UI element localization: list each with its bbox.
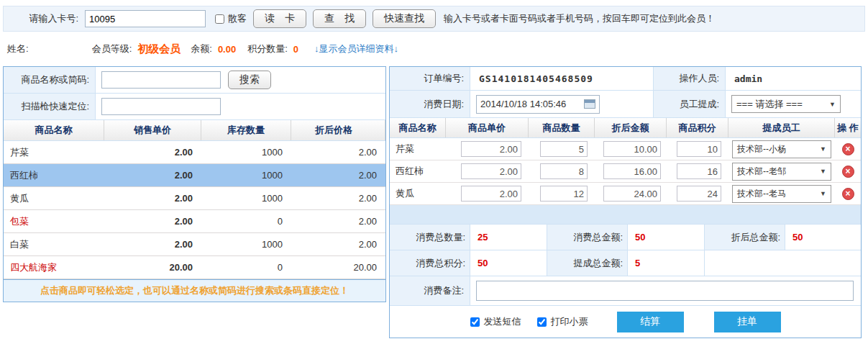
goods-search-label: 商品名称或简码: bbox=[4, 67, 96, 93]
item-qty-input[interactable] bbox=[540, 186, 588, 202]
delete-item-icon[interactable]: × bbox=[842, 166, 854, 178]
goods-discounted: 20.00 bbox=[291, 262, 385, 273]
print-receipt-checkbox[interactable] bbox=[537, 317, 547, 327]
item-col-amount: 折后金额 bbox=[595, 118, 667, 137]
quick-find-button[interactable]: 快速查找 bbox=[373, 9, 436, 28]
item-points-input[interactable] bbox=[677, 186, 721, 202]
consume-date-label: 消费日期: bbox=[390, 91, 470, 117]
walkin-checkbox[interactable] bbox=[215, 14, 224, 24]
goods-name: 包菜 bbox=[4, 215, 104, 228]
total-points-label: 消费总积分: bbox=[390, 250, 470, 276]
chevron-down-icon: ▼ bbox=[820, 190, 826, 197]
staff-commission-select[interactable]: === 请选择 === ▼ bbox=[731, 95, 841, 113]
discounted-total-value: 50 bbox=[785, 225, 861, 250]
order-date-row: 消费日期: 2014/10/18 14:05:46 员工提成: === 请选择 … bbox=[390, 91, 861, 118]
goods-discounted: 2.00 bbox=[291, 170, 385, 181]
item-amount-input[interactable] bbox=[603, 163, 661, 179]
goods-name: 西红柿 bbox=[4, 169, 104, 182]
goods-stock: 0 bbox=[201, 262, 291, 273]
remark-input[interactable] bbox=[476, 281, 854, 301]
goods-discounted: 2.00 bbox=[291, 239, 385, 250]
goods-row[interactable]: 四大航海家 20.00 0 20.00 bbox=[4, 256, 385, 279]
goods-search-row: 商品名称或简码: 搜索 bbox=[4, 67, 385, 94]
delete-item-icon[interactable]: × bbox=[842, 143, 854, 155]
operator-value: admin bbox=[726, 73, 861, 84]
goods-stock: 0 bbox=[201, 216, 291, 227]
goods-name: 白菜 bbox=[4, 238, 104, 251]
goods-price: 2.00 bbox=[104, 239, 201, 250]
goods-row[interactable]: 芹菜 2.00 1000 2.00 bbox=[4, 141, 385, 164]
goods-discounted: 2.00 bbox=[291, 216, 385, 227]
scan-locate-label: 扫描枪快速定位: bbox=[4, 94, 96, 119]
goods-table-header: 商品名称 销售单价 库存数量 折后价格 bbox=[4, 120, 385, 141]
goods-price: 2.00 bbox=[104, 147, 201, 158]
goods-col-stock: 库存数量 bbox=[201, 120, 291, 140]
send-sms-checkbox[interactable] bbox=[470, 317, 480, 327]
item-staff-select[interactable]: 技术部--老马 ▼ bbox=[732, 185, 831, 203]
item-points-input[interactable] bbox=[677, 163, 721, 179]
item-amount-input[interactable] bbox=[603, 186, 661, 202]
card-search-bar: 请输入卡号: 散客 读 卡 查 找 快速查找 输入卡号或者卡面号码或者手机号码，… bbox=[3, 6, 865, 32]
hold-order-button[interactable]: 挂单 bbox=[714, 312, 781, 332]
item-price-input[interactable] bbox=[461, 141, 521, 157]
print-receipt-label: 打印小票 bbox=[551, 315, 588, 328]
order-item-row: 黄瓜 技术部--老马 ▼ × bbox=[390, 183, 861, 205]
operator-label: 操作人员: bbox=[654, 67, 726, 90]
summary-empty-cell bbox=[705, 250, 861, 276]
item-col-staff: 提成员工 bbox=[728, 118, 835, 137]
goods-price: 20.00 bbox=[104, 262, 201, 273]
item-qty-input[interactable] bbox=[540, 163, 588, 179]
member-name-label: 姓名: bbox=[7, 42, 29, 55]
item-name: 西红柿 bbox=[390, 165, 446, 178]
item-staff-select[interactable]: 技术部--老邹 ▼ bbox=[732, 163, 831, 181]
item-price-input[interactable] bbox=[461, 163, 521, 179]
item-qty-input[interactable] bbox=[540, 141, 588, 157]
goods-search-button[interactable]: 搜索 bbox=[228, 71, 271, 89]
item-price-input[interactable] bbox=[461, 186, 521, 202]
item-name: 黄瓜 bbox=[390, 187, 446, 200]
order-info-row: 订单编号: GS1410181405468509 操作人员: admin bbox=[390, 67, 861, 91]
balance-label: 余额: bbox=[191, 42, 212, 55]
member-info-bar: 姓名: 会员等级: 初级会员 余额: 0.00 积分数量: 0 ↓显示会员详细资… bbox=[3, 39, 865, 59]
item-name: 芹菜 bbox=[390, 142, 446, 155]
show-member-detail-link[interactable]: ↓显示会员详细资料↓ bbox=[314, 42, 398, 55]
goods-row[interactable]: 白菜 2.00 1000 2.00 bbox=[4, 233, 385, 256]
goods-stock: 1000 bbox=[201, 239, 291, 250]
card-number-input[interactable] bbox=[85, 10, 206, 27]
scan-locate-input[interactable] bbox=[101, 98, 221, 115]
balance-value: 0.00 bbox=[218, 44, 236, 55]
consume-date-input[interactable]: 2014/10/18 14:05:46 bbox=[476, 95, 600, 114]
goods-col-discounted: 折后价格 bbox=[291, 120, 385, 140]
goods-search-input[interactable] bbox=[101, 71, 221, 89]
total-qty-value: 25 bbox=[470, 225, 547, 250]
order-item-row: 西红柿 技术部--老邹 ▼ × bbox=[390, 160, 861, 183]
settle-button[interactable]: 结算 bbox=[617, 312, 684, 332]
item-col-qty: 商品数量 bbox=[529, 118, 595, 137]
read-card-button[interactable]: 读 卡 bbox=[253, 9, 306, 28]
summary-row-2: 消费总积分: 50 提成总金额: 5 bbox=[390, 250, 861, 276]
member-level-value: 初级会员 bbox=[137, 42, 181, 56]
card-search-hint: 输入卡号或者卡面号码或者手机号码，按回车即可定位到此会员！ bbox=[444, 12, 715, 25]
goods-row[interactable]: 黄瓜 2.00 1000 2.00 bbox=[4, 187, 385, 210]
goods-panel-note: 点击商品即可轻松选定，也可以通过名称或简码进行搜索或条码直接定位！ bbox=[4, 279, 385, 302]
staff-commission-value: === 请选择 === bbox=[736, 98, 803, 111]
goods-row[interactable]: 包菜 2.00 0 2.00 bbox=[4, 210, 385, 233]
item-staff-select[interactable]: 技术部--小杨 ▼ bbox=[732, 140, 831, 158]
order-no-label: 订单编号: bbox=[390, 67, 470, 90]
goods-col-price: 销售单价 bbox=[104, 120, 201, 140]
summary-row-1: 消费总数量: 25 消费总金额: 50 折后总金额: 50 bbox=[390, 225, 861, 250]
actions-row: 发送短信 打印小票 结算 挂单 bbox=[390, 306, 861, 338]
goods-name: 黄瓜 bbox=[4, 192, 104, 205]
goods-col-name: 商品名称 bbox=[4, 120, 104, 140]
chevron-down-icon: ▼ bbox=[820, 168, 826, 175]
item-amount-input[interactable] bbox=[603, 141, 661, 157]
total-points-value: 50 bbox=[470, 250, 547, 276]
item-points-input[interactable] bbox=[677, 141, 721, 157]
find-button[interactable]: 查 找 bbox=[313, 9, 366, 28]
order-items-header: 商品名称 商品单价 商品数量 折后金额 商品积分 提成员工 操 作 bbox=[390, 118, 861, 138]
delete-item-icon[interactable]: × bbox=[842, 188, 854, 200]
spacer-band bbox=[390, 205, 861, 225]
card-number-label: 请输入卡号: bbox=[8, 12, 78, 25]
calendar-icon[interactable] bbox=[584, 99, 595, 109]
goods-row-selected[interactable]: 西红柿 2.00 1000 2.00 bbox=[4, 164, 385, 187]
